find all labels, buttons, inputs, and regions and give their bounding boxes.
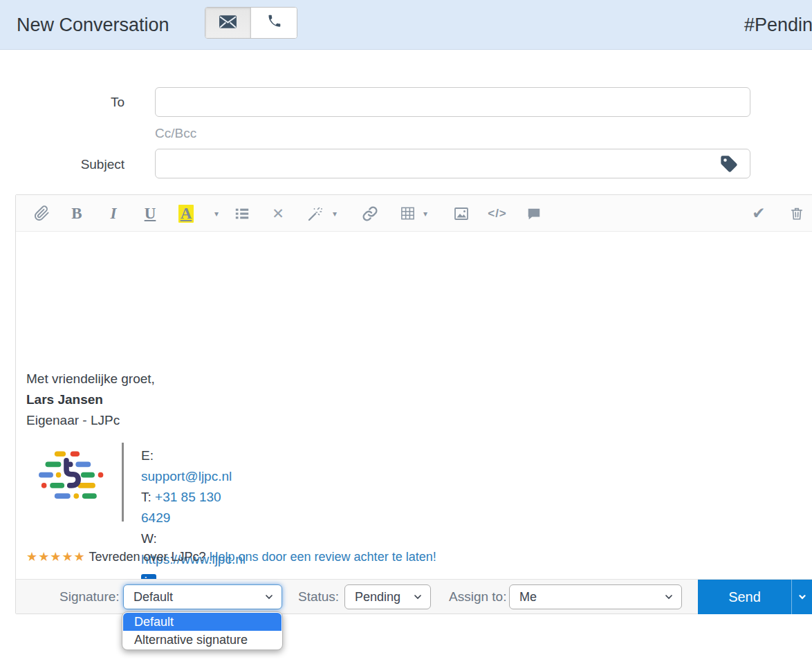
email-icon (219, 15, 237, 32)
comment-icon[interactable] (524, 195, 544, 232)
insert-link-icon[interactable] (360, 195, 380, 232)
subject-input[interactable] (155, 149, 750, 178)
dropdown-option-default[interactable]: Default (123, 613, 282, 631)
phone-icon (266, 14, 282, 32)
signature-name: Lars Jansen (26, 389, 155, 410)
chevron-down-icon (663, 591, 674, 602)
new-conversation-window: New Conversation #Pending To Cc/Bcc Subj… (0, 0, 812, 664)
rich-text-editor: B I U A ▾ ✕ ▾ ▾ </> (15, 194, 812, 614)
clear-format-icon[interactable]: ✕ (268, 195, 288, 232)
review-text: Tevreden over LJPc? (89, 550, 205, 564)
send-button-group: Send (698, 580, 812, 614)
review-link[interactable]: Help ons door een review achter te laten… (209, 550, 436, 564)
attachment-icon[interactable] (31, 195, 52, 232)
email-link[interactable]: support@ljpc.nl (141, 469, 232, 483)
signature-divider (122, 443, 124, 522)
cc-bcc-link[interactable]: Cc/Bcc (155, 126, 196, 141)
dropdown-option-alternative[interactable]: Alternative signature (123, 631, 282, 649)
signature-block: Met vriendelijke groet, Lars Jansen Eige… (26, 369, 155, 431)
editor-body[interactable]: Met vriendelijke groet, Lars Jansen Eige… (16, 232, 812, 580)
color-dropdown-caret[interactable]: ▾ (212, 195, 221, 232)
ljpc-logo (39, 445, 108, 512)
confirm-icon[interactable]: ✔ (748, 195, 769, 232)
email-channel-button[interactable] (205, 8, 251, 38)
signature-contacts: E: support@ljpc.nl T: +31 85 130 6429 W:… (141, 445, 246, 591)
star-rating-icon: ★★★★★ (26, 550, 86, 564)
phone-label: T: (141, 490, 151, 504)
editor-toolbar: B I U A ▾ ✕ ▾ ▾ </> (16, 195, 812, 232)
status-select[interactable]: Pending (344, 584, 431, 609)
signature-select[interactable]: Default (123, 584, 282, 609)
unordered-list-icon[interactable] (232, 195, 252, 232)
signature-greeting: Met vriendelijke groet, (26, 369, 155, 389)
send-button[interactable]: Send (698, 580, 792, 614)
email-label: E: (141, 448, 154, 463)
status-select-label: Status: (298, 580, 339, 614)
phone-channel-button[interactable] (251, 8, 297, 38)
signature-dropdown-menu: Default Alternative signature (122, 611, 283, 650)
insert-table-icon[interactable] (397, 195, 418, 232)
insert-image-icon[interactable] (451, 195, 472, 232)
send-options-caret[interactable] (792, 580, 812, 614)
to-input[interactable] (155, 87, 750, 117)
code-view-icon[interactable]: </> (487, 195, 508, 232)
header: New Conversation #Pending (0, 0, 812, 50)
review-prompt: ★★★★★ Tevreden over LJPc? Help ons door … (26, 549, 436, 564)
chevron-down-icon (797, 592, 807, 602)
table-dropdown-caret[interactable]: ▾ (421, 195, 430, 232)
signature-select-label: Signature: (59, 580, 120, 614)
assign-to-label: Assign to: (449, 580, 506, 614)
tag-icon[interactable] (719, 154, 739, 174)
page-title: New Conversation (17, 0, 169, 50)
italic-icon[interactable]: I (103, 195, 124, 232)
phone-link[interactable]: +31 85 130 6429 (141, 490, 221, 525)
subject-label: Subject (14, 157, 124, 172)
channel-toggle (205, 7, 297, 39)
compose-footer: Signature: Default Status: Pending Assig… (16, 579, 812, 614)
chevron-down-icon (264, 591, 275, 602)
highlight-color-icon[interactable]: A (176, 195, 196, 232)
chevron-down-icon (412, 591, 423, 602)
trash-icon[interactable] (786, 195, 807, 232)
wand-dropdown-caret[interactable]: ▾ (330, 195, 340, 232)
to-label: To (14, 95, 124, 110)
magic-wand-icon[interactable] (305, 195, 326, 232)
ticket-status-ref: #Pending (744, 0, 812, 50)
underline-icon[interactable]: U (140, 195, 160, 232)
bold-icon[interactable]: B (66, 195, 87, 232)
assign-to-select[interactable]: Me (509, 584, 682, 609)
website-label: W: (141, 531, 157, 546)
signature-role: Eigenaar - LJPc (26, 410, 155, 431)
